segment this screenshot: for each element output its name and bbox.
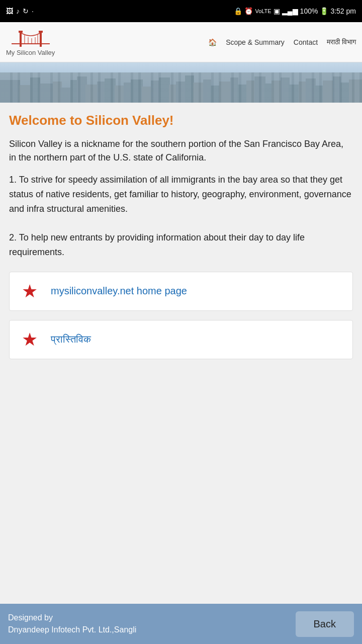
battery-icon: 🔋 — [320, 7, 328, 15]
dot-icon: · — [32, 7, 34, 15]
nav-links: 🏠 Scope & Summary Contact मराठी विभाग — [208, 38, 356, 46]
points-text: 1. To strive for speedy assimilation of … — [9, 173, 353, 260]
svg-rect-26 — [151, 80, 160, 103]
svg-rect-37 — [246, 80, 255, 103]
navbar: My Silicon Valley 🏠 Scope & Summary Cont… — [0, 22, 362, 62]
point2: 2. To help new entrants by providing inf… — [9, 232, 305, 257]
svg-rect-20 — [97, 82, 106, 103]
star-icon-1: ★ — [17, 278, 43, 304]
svg-rect-1 — [40, 32, 42, 47]
prastivak-link-text[interactable]: प्रास्तिविक — [51, 334, 91, 345]
time-display: 3:52 pm — [330, 7, 356, 15]
sim-icon: ▣ — [274, 7, 280, 15]
svg-rect-36 — [237, 85, 247, 103]
svg-rect-31 — [193, 83, 204, 103]
svg-rect-43 — [299, 82, 307, 103]
svg-rect-28 — [169, 85, 177, 103]
svg-rect-35 — [230, 77, 238, 103]
svg-rect-38 — [254, 76, 265, 103]
svg-rect-34 — [219, 82, 231, 103]
svg-rect-12 — [19, 85, 32, 103]
sync-icon: ↻ — [23, 7, 29, 15]
back-button[interactable]: Back — [296, 611, 354, 637]
status-bar: 🖼 ♪ ↻ · 🔒 ⏰ VoLTE ▣ ▂▄▆ 100% 🔋 3:52 pm — [0, 0, 362, 22]
svg-rect-42 — [289, 85, 300, 103]
svg-rect-32 — [203, 79, 211, 103]
signal-icon: ▂▄▆ — [282, 7, 298, 15]
company-name: Dnyandeep Infotech Pvt. Ltd.,Sangli — [8, 625, 136, 634]
contact-link[interactable]: Contact — [294, 38, 318, 46]
logo-text: My Silicon Valley — [6, 49, 55, 56]
svg-rect-30 — [185, 75, 194, 103]
prastivak-link-item[interactable]: ★ प्रास्तिविक — [9, 320, 353, 359]
star-icon-2: ★ — [17, 327, 43, 353]
battery-label: 100% — [300, 7, 318, 15]
voip-label: VoLTE — [255, 8, 271, 14]
svg-rect-33 — [210, 86, 220, 103]
logo-bridge-svg — [11, 28, 51, 48]
svg-rect-13 — [30, 77, 40, 103]
status-left-icons: 🖼 ♪ ↻ · — [6, 7, 34, 15]
footer-text: Designed by Dnyandeep Infotech Pvt. Ltd.… — [8, 612, 136, 636]
svg-rect-9 — [39, 31, 43, 33]
scope-summary-link[interactable]: Scope & Summary — [226, 38, 285, 46]
svg-rect-18 — [77, 76, 87, 103]
logo-area[interactable]: My Silicon Valley — [6, 28, 55, 56]
svg-rect-0 — [20, 32, 22, 47]
svg-rect-24 — [131, 79, 143, 103]
svg-rect-22 — [115, 86, 125, 103]
svg-rect-29 — [176, 82, 186, 103]
svg-rect-15 — [53, 82, 62, 103]
svg-rect-47 — [333, 76, 341, 103]
welcome-title: Welcome to Silicon Valley! — [9, 113, 353, 128]
svg-rect-40 — [272, 80, 282, 103]
svg-rect-25 — [142, 87, 152, 103]
cityscape-svg — [0, 62, 362, 103]
svg-rect-16 — [60, 88, 71, 103]
hero-image — [0, 62, 362, 103]
svg-rect-46 — [323, 80, 334, 103]
svg-rect-11 — [0, 80, 20, 103]
music-icon: ♪ — [16, 7, 20, 15]
svg-rect-21 — [105, 78, 116, 103]
home-page-link-item[interactable]: ★ mysiliconvalley.net home page — [9, 272, 353, 311]
svg-rect-48 — [340, 83, 350, 103]
svg-rect-23 — [124, 83, 132, 103]
footer: Designed by Dnyandeep Infotech Pvt. Ltd.… — [0, 604, 362, 644]
svg-rect-19 — [85, 85, 98, 103]
svg-rect-10 — [0, 62, 362, 103]
lock-icon: 🔒 — [234, 7, 242, 15]
svg-rect-17 — [70, 80, 78, 103]
alarm-icon: ⏰ — [244, 7, 253, 15]
svg-rect-27 — [159, 77, 170, 103]
image-icon: 🖼 — [6, 7, 13, 15]
svg-rect-44 — [306, 78, 316, 103]
svg-rect-39 — [264, 84, 273, 103]
home-page-link-text[interactable]: mysiliconvalley.net home page — [51, 285, 187, 297]
designed-by-label: Designed by — [8, 613, 53, 622]
svg-rect-45 — [315, 86, 324, 103]
status-right-icons: 🔒 ⏰ VoLTE ▣ ▂▄▆ 100% 🔋 3:52 pm — [234, 7, 356, 15]
point1: 1. To strive for speedy assimilation of … — [9, 175, 351, 214]
svg-rect-8 — [19, 31, 23, 33]
main-content: Welcome to Silicon Valley! Silicon Valle… — [0, 103, 362, 604]
marathi-link[interactable]: मराठी विभाग — [327, 38, 356, 46]
description-text: Silicon Valley is a nickname for the sou… — [9, 137, 353, 165]
svg-rect-49 — [349, 79, 362, 103]
svg-rect-14 — [39, 84, 54, 103]
svg-rect-41 — [281, 77, 290, 103]
home-nav-icon[interactable]: 🏠 — [208, 38, 217, 46]
